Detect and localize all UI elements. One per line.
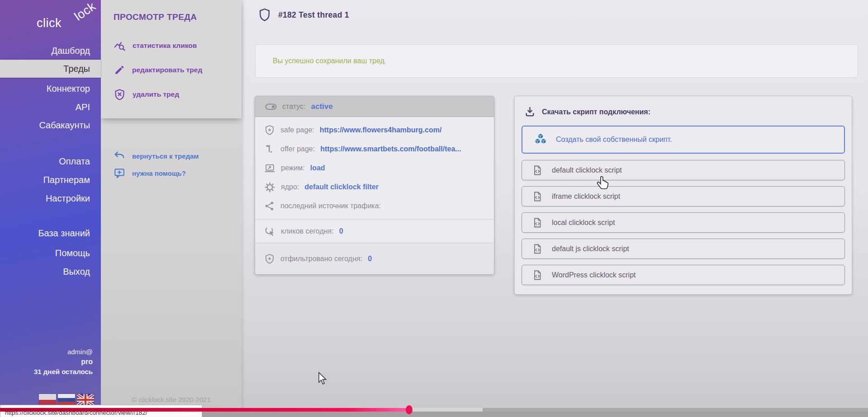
core-value: default clicklock filter	[304, 183, 379, 191]
user-email: admin@	[34, 347, 93, 357]
sidebar-item-settings[interactable]: Настройки	[0, 189, 101, 207]
sidebar-item-subaccounts[interactable]: Сабакаунты	[0, 116, 101, 134]
copyright: © clicklock.site 2020-2021	[101, 396, 242, 403]
row-label: safe page:	[280, 126, 314, 134]
link-back-to-threads[interactable]: вернуться к тредам	[114, 149, 199, 163]
download-title: Скачать скрипт подключения:	[542, 108, 650, 116]
user-plan: pro	[34, 357, 93, 367]
sidebar-item-connector[interactable]: Коннектор	[0, 80, 101, 98]
submenu-title: ПРОСМОТР ТРЕДА	[101, 0, 242, 22]
thread-submenu: ПРОСМОТР ТРЕДА статистика кликов редакти…	[101, 0, 242, 417]
code-file-icon	[532, 165, 543, 176]
toggle-icon	[265, 101, 277, 112]
row-label: последний источник трафика:	[280, 202, 381, 210]
action-label: редактировать тред	[132, 66, 202, 74]
link-need-help[interactable]: нужна помощь?	[114, 166, 199, 180]
row-label: отфильтровано сегодня:	[280, 255, 362, 263]
core-row: ядро: default clicklock filter	[255, 178, 494, 197]
code-file-icon	[532, 191, 543, 202]
sidebar-item-payment[interactable]: Оплата	[0, 152, 101, 170]
video-progress-bar[interactable]	[0, 408, 868, 412]
default-clicklock-script-button[interactable]: default clicklock script	[522, 160, 845, 180]
status-header-row: статус: active	[255, 96, 494, 117]
mode-value: load	[310, 164, 325, 172]
mode-row: режим: load	[255, 159, 494, 178]
wordpress-clicklock-script-button[interactable]: WordPress clicklock script	[522, 265, 845, 285]
filtered-today-row: отфильтровано сегодня: 0	[255, 243, 494, 274]
clicklock-logo: click lock	[36, 5, 95, 35]
action-edit-thread[interactable]: редактировать тред	[114, 63, 202, 77]
create-own-script-button[interactable]: Создать свой собственный скрипт.	[522, 126, 845, 154]
sidebar-nav: Дашборд Треды Коннектор API Сабакаунты О…	[0, 42, 101, 281]
sidebar-item-knowledge-base[interactable]: База знаний	[0, 224, 101, 242]
sidebar-item-api[interactable]: API	[0, 98, 101, 116]
shield-x-icon	[114, 89, 126, 101]
sidebar-item-partners[interactable]: Партнерам	[0, 171, 101, 189]
page-title: #182 Test thread 1	[278, 10, 349, 20]
thread-header: #182 Test thread 1	[259, 8, 349, 22]
code-file-icon	[532, 217, 543, 228]
download-header: Скачать скрипт подключения:	[524, 106, 845, 117]
sidebar-item-help[interactable]: Помощь	[0, 244, 101, 262]
sidebar: click lock Дашборд Треды Коннектор API С…	[0, 0, 101, 417]
download-icon	[524, 106, 536, 117]
share-icon	[264, 201, 275, 211]
flag-poland-icon[interactable]	[39, 394, 56, 406]
iframe-clicklock-script-button[interactable]: iframe clicklock script	[522, 186, 845, 206]
sidebar-item-logout[interactable]: Выход	[0, 262, 101, 281]
main-content: #182 Test thread 1 Вы успешно сохранили …	[242, 0, 868, 417]
row-label: offer page:	[280, 145, 315, 153]
video-playhead[interactable]	[406, 405, 413, 414]
logo-text-click: click	[37, 16, 62, 30]
last-traffic-source-row: последний источник трафика:	[255, 197, 494, 216]
shield-star-icon	[264, 253, 275, 264]
local-clicklock-script-button[interactable]: local clicklock script	[522, 212, 845, 233]
code-file-icon	[532, 244, 543, 254]
button-label: WordPress clicklock script	[552, 271, 636, 279]
user-days-left: 31 дней осталось	[34, 367, 93, 377]
laptop-arrow-icon	[264, 163, 275, 174]
cubes-icon	[532, 132, 549, 147]
button-label: default js clicklock script	[552, 245, 629, 253]
stats-search-icon	[114, 40, 126, 52]
user-info: admin@ pro 31 дней осталось	[34, 347, 93, 377]
button-label: iframe clicklock script	[552, 192, 620, 201]
shield-icon	[259, 8, 270, 22]
help-bubble-icon	[114, 167, 125, 179]
safe-page-row: safe page: https://www.flowers4hamburg.c…	[255, 121, 494, 140]
flag-russia-icon[interactable]	[58, 394, 75, 406]
status-label: статус:	[282, 103, 305, 111]
undo-arrow-icon	[114, 150, 125, 162]
row-label: кликов сегодня:	[281, 227, 334, 235]
click-icon	[264, 225, 275, 237]
clicks-today-value: 0	[339, 227, 343, 235]
link-label: вернуться к тредам	[132, 152, 199, 160]
filtered-today-value: 0	[368, 255, 372, 263]
flag-uk-icon[interactable]	[77, 394, 94, 406]
sidebar-item-dashboard[interactable]: Дашборд	[0, 42, 101, 60]
action-click-statistics[interactable]: статистика кликов	[114, 39, 202, 52]
thread-actions-block: ПРОСМОТР ТРЕДА статистика кликов редакти…	[101, 0, 242, 118]
default-js-clicklock-script-button[interactable]: default js clicklock script	[522, 239, 845, 259]
action-label: удалить тред	[133, 90, 179, 98]
action-label: статистика кликов	[133, 42, 197, 50]
logo-text-lock: lock	[72, 0, 99, 24]
button-label: default clicklock script	[552, 166, 622, 174]
pencil-icon	[114, 64, 125, 76]
row-label: ядро:	[281, 183, 299, 191]
action-delete-thread[interactable]: удалить тред	[114, 88, 202, 101]
clicks-today-row: кликов сегодня: 0	[255, 219, 494, 243]
button-label: Создать свой собственный скрипт.	[556, 136, 672, 144]
offer-page-row: offer page: https://www.smartbets.com/fo…	[255, 140, 494, 159]
signpost-icon	[264, 144, 275, 155]
button-label: local clicklock script	[552, 219, 615, 227]
thread-status-card: статус: active safe page: https://www.fl…	[255, 96, 494, 275]
success-alert: Вы успешно сохранили ваш тред.	[255, 44, 858, 78]
row-label: режим:	[281, 164, 305, 172]
code-file-icon	[532, 270, 543, 281]
offer-page-link[interactable]: https://www.smartbets.com/football/tea..…	[320, 145, 461, 153]
status-value: active	[311, 102, 332, 111]
language-switcher	[39, 394, 94, 406]
safe-page-link[interactable]: https://www.flowers4hamburg.com/	[320, 126, 442, 134]
sidebar-item-threads[interactable]: Треды	[0, 60, 101, 78]
